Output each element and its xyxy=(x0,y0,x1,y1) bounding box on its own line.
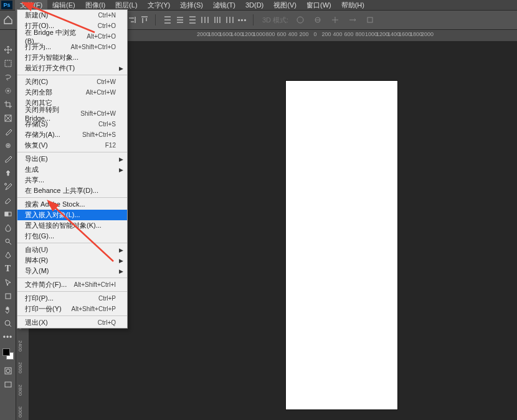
menu-item-shortcut: Shift+Ctrl+W xyxy=(80,110,116,117)
menu-window[interactable]: 窗口(W) xyxy=(301,0,336,11)
distribute-vcenter-icon[interactable] xyxy=(174,14,186,26)
gradient-tool-icon[interactable] xyxy=(1,208,15,220)
menu-item-label: 脚本(R) xyxy=(25,256,48,265)
menu-item[interactable]: 恢复(V)F12 xyxy=(17,140,127,151)
edit-toolbar-icon[interactable]: ••• xyxy=(1,331,15,343)
hand-tool-icon[interactable] xyxy=(1,304,15,316)
blur-tool-icon[interactable] xyxy=(1,222,15,234)
menu-item[interactable]: 打包(G)... xyxy=(17,231,127,241)
menu-item[interactable]: 自动(U)▶ xyxy=(17,245,127,255)
menu-item[interactable]: 关闭并转到 Bridge...Shift+Ctrl+W xyxy=(17,108,127,119)
menu-item[interactable]: 打印(P)...Ctrl+P xyxy=(17,293,127,304)
brush-tool-icon[interactable] xyxy=(1,153,15,166)
menu-item[interactable]: 导入(M)▶ xyxy=(17,266,127,276)
3d-slide-icon[interactable] xyxy=(347,14,358,26)
menu-3d[interactable]: 3D(D) xyxy=(240,1,268,9)
menu-view[interactable]: 视图(V) xyxy=(268,0,301,11)
history-brush-tool-icon[interactable] xyxy=(1,180,15,193)
menu-item[interactable]: 导出(E)▶ xyxy=(17,154,127,164)
distribute-hcenter-icon[interactable] xyxy=(212,14,223,26)
move-tool-icon[interactable] xyxy=(1,44,15,56)
svg-rect-15 xyxy=(5,382,11,387)
path-select-tool-icon[interactable] xyxy=(1,276,15,289)
menu-item-label: 打印一份(Y) xyxy=(25,304,62,314)
menu-item[interactable]: 打印一份(Y)Alt+Shift+Ctrl+P xyxy=(17,304,127,314)
menu-item-label: 打开为... xyxy=(25,42,51,52)
quick-mask-icon[interactable] xyxy=(1,365,15,377)
menu-item[interactable]: 关闭全部Alt+Ctrl+W xyxy=(17,87,127,98)
3d-orbit-icon[interactable] xyxy=(295,14,306,26)
menu-item-label: 导入(M) xyxy=(25,266,49,276)
menu-item-shortcut: Alt+Shift+Ctrl+P xyxy=(72,306,116,312)
eyedropper-tool-icon[interactable] xyxy=(1,126,15,138)
eraser-tool-icon[interactable] xyxy=(1,194,15,207)
align-right-icon[interactable] xyxy=(126,14,138,26)
menu-item-shortcut: Alt+Ctrl+W xyxy=(86,89,116,96)
screen-mode-icon[interactable] xyxy=(1,378,15,391)
menu-item[interactable]: 搜索 Adobe Stock... xyxy=(17,199,127,210)
menu-filter[interactable]: 滤镜(T) xyxy=(208,0,240,11)
menu-item-label: 置入嵌入对象(L)... xyxy=(25,210,80,220)
menu-item[interactable]: 关闭(C)Ctrl+W xyxy=(17,77,127,87)
menu-item[interactable]: 新建(N)Ctrl+N xyxy=(17,10,127,21)
rectangle-tool-icon[interactable] xyxy=(1,290,15,302)
menu-item-shortcut: Ctrl+S xyxy=(98,121,116,128)
3d-roll-icon[interactable] xyxy=(312,14,323,26)
menu-item[interactable]: 生成▶ xyxy=(17,164,127,175)
menu-separator xyxy=(17,278,127,278)
align-top-icon[interactable] xyxy=(139,14,150,26)
svg-rect-3 xyxy=(5,60,11,67)
clone-tool-icon[interactable] xyxy=(1,167,15,179)
menu-item[interactable]: 最近打开文件(T)▶ xyxy=(17,63,127,73)
color-swatch[interactable] xyxy=(2,348,14,360)
menu-help[interactable]: 帮助(H) xyxy=(336,0,369,11)
canvas-document[interactable] xyxy=(286,81,397,409)
menu-item[interactable]: 存储(S)Ctrl+S xyxy=(17,119,127,129)
menu-item[interactable]: 在 Behance 上共享(D)... xyxy=(17,185,127,196)
ruler-tick: 400 xyxy=(288,31,297,37)
ruler-tick: 2000 xyxy=(421,31,434,37)
menu-item-label: 关闭全部 xyxy=(25,88,52,97)
dodge-tool-icon[interactable] xyxy=(1,235,15,248)
ruler-tick: 2800 xyxy=(17,385,23,396)
lasso-tool-icon[interactable] xyxy=(1,71,15,83)
more-options-icon[interactable]: ••• xyxy=(237,14,248,26)
menu-select[interactable]: 选择(S) xyxy=(175,0,208,11)
menu-item[interactable]: 文件简介(F)...Alt+Shift+Ctrl+I xyxy=(17,279,127,290)
crop-tool-icon[interactable] xyxy=(1,98,15,111)
menu-item[interactable]: 存储为(A)...Shift+Ctrl+S xyxy=(17,129,127,140)
distribute-right-icon[interactable] xyxy=(224,14,235,26)
3d-scale-icon[interactable] xyxy=(364,14,376,26)
menu-item-label: 恢复(V) xyxy=(25,141,48,150)
svg-point-0 xyxy=(297,17,303,23)
frame-tool-icon[interactable] xyxy=(1,112,15,124)
menu-item[interactable]: 共享... xyxy=(17,175,127,185)
menu-separator xyxy=(17,243,127,243)
distribute-group: ••• xyxy=(162,14,254,26)
quick-select-tool-icon[interactable] xyxy=(1,85,15,97)
distribute-bottom-icon[interactable] xyxy=(187,14,198,26)
type-tool-icon[interactable]: T xyxy=(1,263,15,275)
menu-item[interactable]: 打开为智能对象... xyxy=(17,52,127,63)
menu-item[interactable]: 脚本(R)▶ xyxy=(17,255,127,266)
3d-pan-icon[interactable] xyxy=(330,14,341,26)
menu-item[interactable]: 置入嵌入对象(L)... xyxy=(17,210,127,220)
home-icon[interactable] xyxy=(2,14,14,26)
menu-item[interactable]: 打开为...Alt+Shift+Ctrl+O xyxy=(17,42,127,52)
marquee-tool-icon[interactable] xyxy=(1,57,15,70)
ruler-tick: 200 xyxy=(299,31,308,37)
menu-item-shortcut: Alt+Shift+Ctrl+O xyxy=(70,44,116,50)
foreground-color-swatch[interactable] xyxy=(2,348,10,356)
distribute-top-icon[interactable] xyxy=(162,14,173,26)
distribute-left-icon[interactable] xyxy=(199,14,211,26)
menu-item[interactable]: 退出(X)Ctrl+Q xyxy=(17,317,127,328)
menu-type[interactable]: 文字(Y) xyxy=(143,0,176,11)
zoom-tool-icon[interactable] xyxy=(1,317,15,330)
submenu-arrow-icon: ▶ xyxy=(119,167,123,173)
healing-tool-icon[interactable] xyxy=(1,139,15,152)
menu-item[interactable]: 置入链接的智能对象(K)... xyxy=(17,220,127,231)
menu-item[interactable]: 在 Bridge 中浏览(B)...Alt+Ctrl+O xyxy=(17,31,127,42)
pen-tool-icon[interactable] xyxy=(1,249,15,261)
svg-rect-2 xyxy=(368,17,372,22)
menu-item-shortcut: Shift+Ctrl+S xyxy=(82,131,116,138)
